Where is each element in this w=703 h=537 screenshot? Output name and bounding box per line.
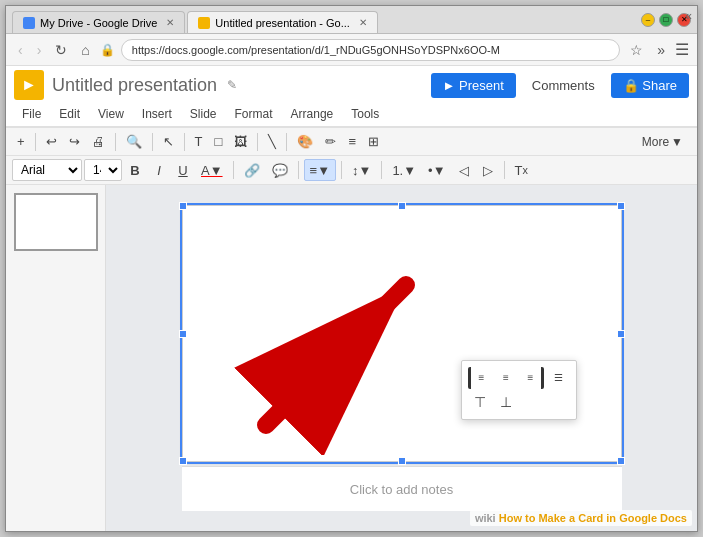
toolbar-print[interactable]: 🖨: [87, 131, 110, 152]
italic-button[interactable]: I: [148, 159, 170, 181]
menu-arrange[interactable]: Arrange: [283, 104, 342, 124]
tab-slides-label: Untitled presentation - Go...: [215, 17, 350, 29]
ordered-list-button[interactable]: 1.▼: [387, 159, 421, 181]
menu-insert[interactable]: Insert: [134, 104, 180, 124]
font-size-select[interactable]: 14: [84, 159, 122, 181]
underline-button[interactable]: U: [172, 159, 194, 181]
address-bar: ‹ › ↻ ⌂ 🔒 ☆ » ☰: [6, 34, 697, 66]
align-top-option[interactable]: ⊤: [468, 391, 492, 413]
handle-bottom-right[interactable]: [617, 457, 625, 465]
comments-button[interactable]: Comments: [524, 73, 603, 98]
toolbar-paragraph[interactable]: ≡: [343, 131, 361, 152]
handle-mid-left[interactable]: [179, 330, 187, 338]
toolbar-line[interactable]: ╲: [263, 131, 281, 152]
share-button[interactable]: 🔒 Share: [611, 73, 689, 98]
lock-icon: 🔒: [100, 43, 115, 57]
handle-bottom-left[interactable]: [179, 457, 187, 465]
header-right: ► Present Comments 🔒 Share: [431, 73, 689, 98]
link-button[interactable]: 🔗: [239, 159, 265, 181]
toolbar-redo[interactable]: ↪: [64, 131, 85, 152]
back-button[interactable]: ‹: [14, 40, 27, 60]
handle-mid-right[interactable]: [617, 330, 625, 338]
tab-slides[interactable]: Untitled presentation - Go... ✕: [187, 11, 378, 33]
menu-view[interactable]: View: [90, 104, 132, 124]
menu-slide[interactable]: Slide: [182, 104, 225, 124]
minimize-button[interactable]: –: [641, 13, 655, 27]
slide-thumbnail-1[interactable]: [14, 193, 98, 251]
toolbar-sep-4: [184, 133, 185, 151]
extensions-button[interactable]: »: [653, 40, 669, 60]
home-button[interactable]: ⌂: [77, 40, 93, 60]
handle-top-left[interactable]: [179, 202, 187, 210]
drive-tab-icon: [23, 17, 35, 29]
slide-canvas[interactable]: [182, 205, 622, 462]
toolbar-zoom[interactable]: 🔍: [121, 131, 147, 152]
toolbar-line-color[interactable]: ✏: [320, 131, 341, 152]
handle-top-right[interactable]: [617, 202, 625, 210]
tab-slides-close[interactable]: ✕: [359, 17, 367, 28]
fmt-sep-4: [381, 161, 382, 179]
toolbar-table[interactable]: ⊞: [363, 131, 384, 152]
fmt-sep-2: [298, 161, 299, 179]
line-spacing-button[interactable]: ↕▼: [347, 159, 376, 181]
wiki-logo: wiki: [475, 512, 496, 524]
slides-logo-icon: ►: [21, 76, 37, 94]
wiki-how-text: How to Make a Card in Google Docs: [499, 512, 687, 524]
handle-top-mid[interactable]: [398, 202, 406, 210]
indent-less-button[interactable]: ◁: [453, 159, 475, 181]
editor-area: ≡ ≡ ≡ ☰ ⊤ ⊥: [106, 185, 697, 531]
toolbar-shape[interactable]: □: [210, 131, 228, 152]
bold-button[interactable]: B: [124, 159, 146, 181]
reload-button[interactable]: ↻: [51, 40, 71, 60]
presentation-title[interactable]: Untitled presentation: [52, 75, 217, 96]
present-button[interactable]: ► Present: [431, 73, 516, 98]
toolbar-sep-3: [152, 133, 153, 151]
slides-tab-icon: [198, 17, 210, 29]
tab-drive-label: My Drive - Google Drive: [40, 17, 157, 29]
browser-menu-button[interactable]: ☰: [675, 40, 689, 59]
toolbar-undo[interactable]: ↩: [41, 131, 62, 152]
menu-edit[interactable]: Edit: [51, 104, 88, 124]
wiki-watermark: wiki How to Make a Card in Google Docs: [470, 510, 692, 526]
clear-format-button[interactable]: Tx: [510, 159, 533, 181]
format-toolbar: Arial 14 B I U A▼ 🔗 💬 ≡▼ ↕▼ 1.▼ •▼ ◁ ▷ T…: [6, 156, 697, 185]
align-center-option[interactable]: ≡: [494, 367, 518, 389]
indent-more-button[interactable]: ▷: [477, 159, 499, 181]
slide-panel: [6, 185, 106, 531]
menu-file[interactable]: File: [14, 104, 49, 124]
align-justify-option[interactable]: ☰: [546, 367, 570, 389]
forward-button[interactable]: ›: [33, 40, 46, 60]
align-bottom-option[interactable]: ⊥: [494, 391, 518, 413]
align-button[interactable]: ≡▼: [304, 159, 336, 181]
comment-insert-button[interactable]: 💬: [267, 159, 293, 181]
font-select[interactable]: Arial: [12, 159, 82, 181]
bookmark-button[interactable]: ☆: [626, 40, 647, 60]
unordered-list-button[interactable]: •▼: [423, 159, 450, 181]
title-edit-icon[interactable]: ✎: [227, 78, 237, 92]
more-label: More: [642, 135, 669, 149]
title-bar: My Drive - Google Drive ✕ Untitled prese…: [6, 6, 697, 34]
toolbar-sep-6: [286, 133, 287, 151]
menu-bar: File Edit View Insert Slide Format Arran…: [14, 102, 689, 126]
url-input[interactable]: [121, 39, 620, 61]
toolbar-add[interactable]: +: [12, 131, 30, 152]
fmt-sep-3: [341, 161, 342, 179]
toolbar-text[interactable]: T: [190, 131, 208, 152]
notes-area[interactable]: Click to add notes: [182, 466, 622, 511]
fmt-sep-1: [233, 161, 234, 179]
toolbar-image[interactable]: 🖼: [229, 131, 252, 152]
menu-format[interactable]: Format: [227, 104, 281, 124]
align-right-option[interactable]: ≡: [520, 367, 544, 389]
menu-tools[interactable]: Tools: [343, 104, 387, 124]
more-button[interactable]: More ▼: [634, 132, 691, 152]
toolbar-select[interactable]: ↖: [158, 131, 179, 152]
maximize-button[interactable]: □: [659, 13, 673, 27]
tab-drive-close[interactable]: ✕: [166, 17, 174, 28]
main-toolbar: + ↩ ↪ 🖨 🔍 ↖ T □ 🖼 ╲ 🎨 ✏ ≡ ⊞ More ▼ «: [6, 127, 697, 156]
tab-drive[interactable]: My Drive - Google Drive ✕: [12, 11, 185, 33]
more-arrow-icon: ▼: [671, 135, 683, 149]
font-color-button[interactable]: A▼: [196, 159, 228, 181]
handle-bottom-mid[interactable]: [398, 457, 406, 465]
toolbar-fill-color[interactable]: 🎨: [292, 131, 318, 152]
align-left-option[interactable]: ≡: [468, 367, 492, 389]
